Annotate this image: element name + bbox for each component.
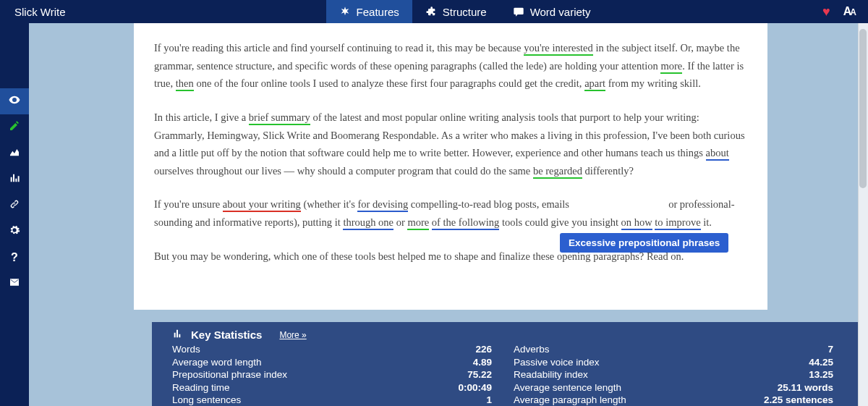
stats-col-left: Words226 Average word length4.89 Preposi… xyxy=(172,343,514,406)
heart-icon[interactable]: ♥ xyxy=(822,4,830,20)
stats-col-right: Adverbs7 Passive voice index44.25 Readab… xyxy=(514,343,855,406)
sidebar-item-bar-chart[interactable] xyxy=(0,166,29,193)
highlight[interactable]: through one xyxy=(343,216,393,230)
sidebar-item-settings[interactable] xyxy=(0,219,29,245)
scroll-thumb[interactable] xyxy=(859,29,867,188)
issue-tooltip[interactable]: Excessive prepositional phrases xyxy=(560,233,728,253)
highlight[interactable]: for devising xyxy=(357,198,408,212)
paragraph: If you're unsure about your writing (whe… xyxy=(154,195,747,231)
content-area: If you're reading this article and find … xyxy=(29,23,868,406)
sidebar-item-eye[interactable] xyxy=(0,88,29,114)
sidebar-item-link[interactable] xyxy=(0,193,29,219)
sidebar: ? xyxy=(0,23,29,406)
bar-chart-icon xyxy=(172,328,184,342)
stat-row: Average sentence length25.11 words xyxy=(514,381,833,394)
highlight[interactable]: brief summary xyxy=(249,111,310,125)
stat-row: Words226 xyxy=(172,343,492,356)
paragraph: In this article, I give a brief summary … xyxy=(154,109,747,180)
link-icon xyxy=(9,198,20,213)
highlight[interactable]: apart xyxy=(584,77,605,91)
stat-row: Passive voice index44.25 xyxy=(514,356,833,369)
highlight[interactable]: more xyxy=(407,216,429,230)
comment-icon xyxy=(513,6,524,17)
highlight[interactable]: of the following xyxy=(432,216,499,230)
sidebar-item-edit[interactable] xyxy=(0,114,29,140)
tab-bar: Features Structure Word variety xyxy=(326,0,604,23)
scrollbar[interactable] xyxy=(858,23,868,406)
question-icon: ? xyxy=(11,251,18,264)
highlight[interactable]: be regarded xyxy=(533,165,582,179)
asterisk-icon xyxy=(339,6,351,17)
puzzle-icon xyxy=(425,6,437,17)
document[interactable]: If you're reading this article and find … xyxy=(134,23,767,310)
sidebar-item-area-chart[interactable] xyxy=(0,140,29,166)
stat-row: Readability index13.25 xyxy=(514,368,833,381)
stat-row: Prepositional phrase index75.22 xyxy=(172,368,492,381)
stat-row: Long sentences1 xyxy=(172,394,492,406)
stats-panel: ✕ Key Statistics More » Words226 Average… xyxy=(152,322,868,406)
highlight[interactable]: about xyxy=(706,147,729,161)
tab-features[interactable]: Features xyxy=(326,0,412,23)
tab-label: Features xyxy=(357,6,399,18)
highlight[interactable]: to improve xyxy=(655,216,700,230)
sidebar-item-help[interactable]: ? xyxy=(0,245,29,271)
tab-label: Structure xyxy=(443,6,487,18)
highlight[interactable]: you're interested xyxy=(524,42,593,56)
highlight[interactable]: more xyxy=(660,60,682,74)
sidebar-item-mail[interactable] xyxy=(0,271,29,297)
eye-icon xyxy=(8,93,21,109)
highlight[interactable]: then xyxy=(176,77,194,91)
gear-icon xyxy=(9,224,20,239)
brand: Slick Write xyxy=(0,6,80,18)
tab-label: Word variety xyxy=(530,6,591,18)
stat-row: Average paragraph length2.25 sentences xyxy=(514,394,833,406)
highlight[interactable]: about your writing xyxy=(223,198,301,212)
stats-more-link[interactable]: More » xyxy=(279,330,306,340)
topbar-right: ♥ AA xyxy=(822,4,855,20)
bar-chart-icon xyxy=(9,172,20,187)
font-size-icon[interactable]: AA xyxy=(843,5,855,18)
stat-row: Average word length4.89 xyxy=(172,356,492,369)
stat-row: Reading time0:00:49 xyxy=(172,381,492,394)
tab-word-variety[interactable]: Word variety xyxy=(500,0,604,23)
top-bar: Slick Write Features Structure Word vari… xyxy=(0,0,868,23)
stat-row: Adverbs7 xyxy=(514,343,833,356)
paragraph: If you're reading this article and find … xyxy=(154,39,747,93)
pencil-icon xyxy=(9,120,20,135)
area-chart-icon xyxy=(9,146,20,161)
envelope-icon xyxy=(9,276,20,291)
highlight[interactable]: on how xyxy=(621,216,652,230)
tab-structure[interactable]: Structure xyxy=(412,0,500,23)
stats-title: Key Statistics xyxy=(191,329,262,341)
